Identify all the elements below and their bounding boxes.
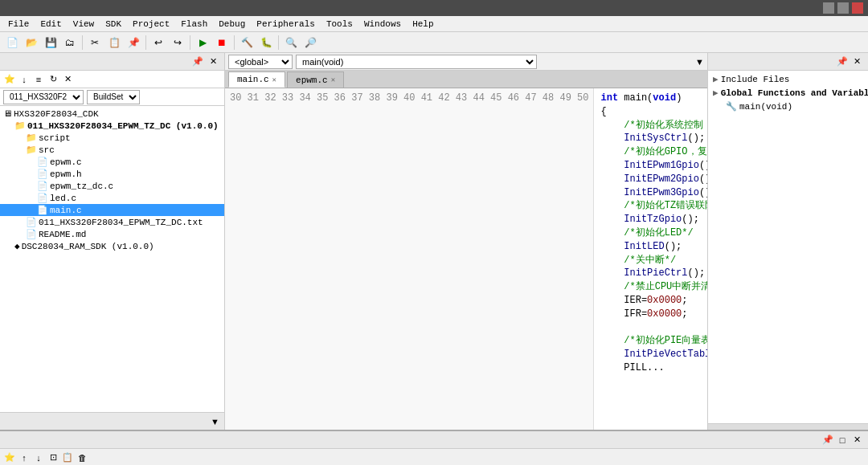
tree-item[interactable]: 📁 script xyxy=(0,132,224,144)
copy-button[interactable]: 📋 xyxy=(105,34,123,51)
menu-item-help[interactable]: Help xyxy=(407,18,438,31)
outline-icon: ▶ xyxy=(713,74,719,84)
project-toolbar-btn5[interactable]: ✕ xyxy=(61,73,74,86)
project-footer: ▼ xyxy=(0,412,224,430)
redo-button[interactable]: ↪ xyxy=(169,34,186,51)
open-button[interactable]: 📂 xyxy=(23,34,40,51)
tree-item[interactable]: 📄 README.md xyxy=(0,228,224,240)
menu-item-tools[interactable]: Tools xyxy=(321,18,358,31)
stop-button[interactable]: ⏹ xyxy=(213,34,231,51)
editor-area: <global> main(void) ▼ main.c✕epwm.c✕ 30 … xyxy=(225,53,707,430)
tree-item[interactable]: 📄 main.c xyxy=(0,204,224,216)
main-toolbar: 📄 📂 💾 🗂 ✂ 📋 📌 ↩ ↪ ▶ ⏹ 🔨 🐛 🔍 🔎 xyxy=(0,32,868,53)
save-button[interactable]: 💾 xyxy=(42,34,59,51)
menu-item-sdk[interactable]: SDK xyxy=(100,18,126,31)
run-button[interactable]: ▶ xyxy=(194,34,211,51)
output-toolbar-btn6[interactable]: 🗑 xyxy=(76,451,88,464)
output-close-button[interactable]: ✕ xyxy=(850,434,863,447)
outline-item[interactable]: ▶ Global Functions and Variabl xyxy=(708,86,868,100)
menu-item-debug[interactable]: Debug xyxy=(214,18,250,31)
tab-close-icon[interactable]: ✕ xyxy=(331,75,335,84)
build-button[interactable]: 🔨 xyxy=(238,34,256,51)
function-dropdown[interactable]: main(void) xyxy=(296,55,537,69)
menu-item-edit[interactable]: Edit xyxy=(35,18,66,31)
menu-item-windows[interactable]: Windows xyxy=(359,18,406,31)
tree-label: DSC28034_RAM_SDK (v1.0.0) xyxy=(22,242,154,251)
menu-item-peripherals[interactable]: Peripherals xyxy=(252,18,320,31)
tree-icon: 📄 xyxy=(26,217,37,227)
outline-tree: ▶ Include Files▶ Global Functions and Va… xyxy=(708,71,868,423)
project-close-button[interactable]: ✕ xyxy=(207,55,219,68)
tree-icon: 📄 xyxy=(26,229,37,239)
project-toolbar: ⭐ ↓ ≡ ↻ ✕ xyxy=(0,71,224,88)
minimize-button[interactable] xyxy=(823,2,834,14)
editor-tab-epwm-c[interactable]: epwm.c✕ xyxy=(287,71,344,88)
outline-close-button[interactable]: ✕ xyxy=(850,55,863,68)
debug-button[interactable]: 🐛 xyxy=(257,34,275,51)
menu-item-flash[interactable]: Flash xyxy=(176,18,212,31)
tree-item[interactable]: 📄 epwm_tz_dc.c xyxy=(0,180,224,192)
project-expand-button[interactable]: ▼ xyxy=(211,417,219,426)
project-toolbar-btn4[interactable]: ↻ xyxy=(47,73,59,86)
editor-tab-main-c[interactable]: main.c✕ xyxy=(228,71,285,88)
editor-toolbar: <global> main(void) ▼ xyxy=(225,53,707,71)
outline-scrollbar xyxy=(708,423,868,430)
project-dropdown[interactable]: 011_HXS320F2 xyxy=(3,90,84,104)
output-toolbar-btn3[interactable]: ↓ xyxy=(32,451,45,464)
tree-item[interactable]: 📄 led.c xyxy=(0,192,224,204)
close-button[interactable] xyxy=(852,2,863,14)
editor-expand-button[interactable]: ▼ xyxy=(695,57,704,67)
menu-item-view[interactable]: View xyxy=(68,18,99,31)
tree-icon: 🖥 xyxy=(3,108,12,119)
zoom-in-button[interactable]: 🔎 xyxy=(301,34,319,51)
toolbar-separator-3 xyxy=(190,35,190,50)
main-layout: 📌 ✕ ⭐ ↓ ≡ ↻ ✕ 011_HXS320F2 BuildSet 🖥 HX… xyxy=(0,53,868,430)
outline-panel: 📌 ✕ ▶ Include Files▶ Global Functions an… xyxy=(707,53,868,430)
project-toolbar-btn3[interactable]: ≡ xyxy=(32,73,45,86)
new-file-button[interactable]: 📄 xyxy=(3,34,21,51)
project-pin-button[interactable]: 📌 xyxy=(191,55,204,68)
tree-icon: ◆ xyxy=(14,241,20,251)
tree-item[interactable]: 📄 epwm.c xyxy=(0,156,224,168)
output-toolbar-btn1[interactable]: ⭐ xyxy=(3,451,16,464)
code-content[interactable]: int main(void) { /*初始化系统控制：PLL, WatchDog… xyxy=(594,88,707,430)
project-toolbar-btn2[interactable]: ↓ xyxy=(18,73,31,86)
undo-button[interactable]: ↩ xyxy=(149,34,167,51)
tree-item[interactable]: 📄 epwm.h xyxy=(0,168,224,180)
tree-item[interactable]: ◆ DSC28034_RAM_SDK (v1.0.0) xyxy=(0,240,224,252)
save-all-button[interactable]: 🗂 xyxy=(61,34,79,51)
toolbar-separator-5 xyxy=(278,35,279,50)
cut-button[interactable]: ✂ xyxy=(86,34,104,51)
output-maximize-button[interactable]: □ xyxy=(836,434,849,447)
outline-item[interactable]: ▶ Include Files xyxy=(708,72,868,86)
tree-item[interactable]: 📄 011_HXS320F28034_EPWM_TZ_DC.txt xyxy=(0,216,224,228)
search-button[interactable]: 🔍 xyxy=(282,34,300,51)
project-toolbar-btn1[interactable]: ⭐ xyxy=(3,73,16,86)
output-toolbar-btn4[interactable]: ⊡ xyxy=(47,451,59,464)
menu-item-file[interactable]: File xyxy=(3,18,34,31)
output-toolbar-btn5[interactable]: 📋 xyxy=(61,451,74,464)
outline-item[interactable]: 🔧 main(void) xyxy=(708,100,868,113)
toolbar-separator-1 xyxy=(82,35,83,50)
outline-label: Global Functions and Variabl xyxy=(721,88,868,98)
tab-close-icon[interactable]: ✕ xyxy=(272,75,276,84)
maximize-button[interactable] xyxy=(837,2,849,14)
tree-icon: 📄 xyxy=(37,193,48,203)
output-toolbar: ⭐ ↑ ↓ ⊡ 📋 🗑 xyxy=(0,449,868,465)
output-pin-button[interactable]: 📌 xyxy=(821,434,834,447)
code-area[interactable]: 30 31 32 33 34 35 36 37 38 39 40 41 42 4… xyxy=(225,88,707,430)
paste-button[interactable]: 📌 xyxy=(125,34,142,51)
tree-label: main.c xyxy=(50,206,82,215)
project-tree: 🖥 HXS320F28034_CDK📁 011_HXS320F28034_EPW… xyxy=(0,106,224,412)
outline-pin-button[interactable]: 📌 xyxy=(836,55,849,68)
global-scope-dropdown[interactable]: <global> xyxy=(228,55,293,69)
tree-label: script xyxy=(39,133,71,143)
tree-item[interactable]: 📁 011_HXS320F28034_EPWM_TZ_DC (v1.0.0) xyxy=(0,120,224,132)
buildset-dropdown[interactable]: BuildSet xyxy=(87,90,140,104)
tree-item[interactable]: 📁 src xyxy=(0,144,224,156)
menu-item-project[interactable]: Project xyxy=(128,18,174,31)
bottom-area: 📌 □ ✕ ⭐ ↑ ↓ ⊡ 📋 🗑 size of target: text d… xyxy=(0,430,868,465)
output-toolbar-btn2[interactable]: ↑ xyxy=(18,451,31,464)
tree-icon: 📄 xyxy=(37,157,48,167)
tree-item[interactable]: 🖥 HXS320F28034_CDK xyxy=(0,108,224,120)
